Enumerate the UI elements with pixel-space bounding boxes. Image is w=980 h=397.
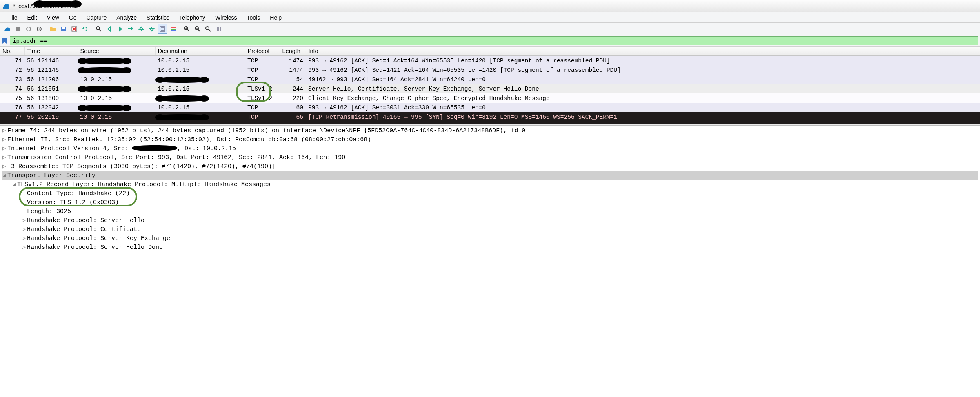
svg-rect-16 xyxy=(171,27,176,28)
redaction-mark xyxy=(80,58,129,64)
cell-destination xyxy=(155,75,245,84)
cell-time: 56.121146 xyxy=(24,65,78,75)
detail-content-type[interactable]: Content Type: Handshake (22) xyxy=(2,189,978,198)
cell-no: 74 xyxy=(0,84,24,93)
go-last-icon[interactable] xyxy=(147,24,157,34)
cell-time: 56.131800 xyxy=(24,93,78,103)
restart-capture-icon[interactable] xyxy=(24,24,33,34)
detail-hs-server-hello-done[interactable]: ▷Handshake Protocol: Server Hello Done xyxy=(2,243,978,252)
cell-no: 72 xyxy=(0,65,24,75)
menu-statistics[interactable]: Statistics xyxy=(142,13,174,22)
cell-info: 993 → 49162 [ACK] Seq=1421 Ack=164 Win=6… xyxy=(306,65,980,75)
menu-edit[interactable]: Edit xyxy=(22,13,42,22)
detail-ethernet[interactable]: ▷Ethernet II, Src: RealtekU_12:35:02 (52… xyxy=(2,135,978,144)
detail-hs-certificate[interactable]: ▷Handshake Protocol: Certificate xyxy=(2,225,978,234)
cell-no: 71 xyxy=(0,56,24,66)
detail-ip[interactable]: ▷Internet Protocol Version 4, Src: , Dst… xyxy=(2,144,978,153)
packet-row[interactable]: 7356.12120610.0.2.15TCP5449162 → 993 [AC… xyxy=(0,75,980,84)
detail-length[interactable]: Length: 3025 xyxy=(2,207,978,216)
col-time[interactable]: Time xyxy=(24,47,78,56)
app-icon xyxy=(2,2,10,10)
go-back-icon[interactable] xyxy=(104,24,114,34)
cell-no: 75 xyxy=(0,93,24,103)
redaction-mark xyxy=(132,145,177,151)
cell-info: 993 → 49162 [ACK] Seq=1 Ack=164 Win=6553… xyxy=(306,56,980,66)
cell-destination: 10.0.2.15 xyxy=(155,56,245,66)
cell-time: 56.121146 xyxy=(24,56,78,66)
redaction-mark xyxy=(37,1,78,7)
detail-tcp[interactable]: ▷Transmission Control Protocol, Src Port… xyxy=(2,153,978,162)
capture-options-icon[interactable] xyxy=(34,24,44,34)
menu-file[interactable]: File xyxy=(3,13,22,22)
menu-go[interactable]: Go xyxy=(64,13,82,22)
auto-scroll-icon[interactable] xyxy=(158,24,167,34)
cell-protocol: TCP xyxy=(245,56,280,66)
go-forward-icon[interactable] xyxy=(115,24,125,34)
zoom-out-icon[interactable] xyxy=(193,24,202,34)
go-to-packet-icon[interactable] xyxy=(126,24,136,34)
packet-row[interactable]: 7256.12114610.0.2.15TCP1474993 → 49162 [… xyxy=(0,65,980,75)
packet-list-header[interactable]: No. Time Source Destination Protocol Len… xyxy=(0,47,980,56)
filter-bar xyxy=(0,35,980,47)
detail-reassembled[interactable]: ▷[3 Reassembled TCP Segments (3030 bytes… xyxy=(2,162,978,171)
colorize-icon[interactable] xyxy=(168,24,178,34)
cell-source: 10.0.2.15 xyxy=(78,75,155,84)
redaction-mark xyxy=(80,86,129,92)
cell-time: 56.121206 xyxy=(24,75,78,84)
cell-info: [TCP Retransmission] 49165 → 995 [SYN] S… xyxy=(306,112,980,122)
start-capture-icon[interactable] xyxy=(2,24,12,34)
packet-row[interactable]: 7756.20291910.0.2.15TCP66[TCP Retransmis… xyxy=(0,112,980,122)
cell-source: 10.0.2.15 xyxy=(78,112,155,122)
menu-tools[interactable]: Tools xyxy=(242,13,265,22)
redaction-mark xyxy=(80,105,129,111)
detail-version[interactable]: Version: TLS 1.2 (0x0303) xyxy=(2,198,978,207)
close-file-icon[interactable] xyxy=(69,24,79,34)
svg-text:1: 1 xyxy=(206,27,208,30)
resize-columns-icon[interactable] xyxy=(214,24,224,34)
cell-source xyxy=(78,84,155,93)
save-file-icon[interactable] xyxy=(59,24,69,34)
zoom-reset-icon[interactable]: 1 xyxy=(203,24,213,34)
packet-row[interactable]: 7156.12114610.0.2.15TCP1474993 → 49162 [… xyxy=(0,56,980,66)
filter-bookmark-icon[interactable] xyxy=(2,38,8,44)
display-filter-input[interactable] xyxy=(10,36,978,45)
packet-row[interactable]: 7656.13204210.0.2.15TCP60993 → 49162 [AC… xyxy=(0,103,980,112)
detail-hs-server-key-exchange[interactable]: ▷Handshake Protocol: Server Key Exchange xyxy=(2,234,978,243)
reload-icon[interactable] xyxy=(80,24,90,34)
go-first-icon[interactable] xyxy=(136,24,146,34)
packet-row-clipped xyxy=(0,122,980,124)
col-source[interactable]: Source xyxy=(78,47,155,56)
cell-no: 76 xyxy=(0,103,24,112)
packet-list-pane[interactable]: No. Time Source Destination Protocol Len… xyxy=(0,47,980,124)
packet-row[interactable]: 7456.12155110.0.2.15TLSv1.2244Server Hel… xyxy=(0,84,980,93)
detail-tls-record[interactable]: ◢TLSv1.2 Record Layer: Handshake Protoco… xyxy=(2,180,978,189)
col-length[interactable]: Length xyxy=(280,47,306,56)
stop-capture-icon[interactable] xyxy=(13,24,23,34)
cell-destination: 10.0.2.15 xyxy=(155,65,245,75)
detail-frame[interactable]: ▷Frame 74: 244 bytes on wire (1952 bits)… xyxy=(2,126,978,135)
cell-info: 49162 → 993 [ACK] Seq=164 Ack=2841 Win=6… xyxy=(306,75,980,84)
cell-length: 220 xyxy=(280,93,306,103)
menu-telephony[interactable]: Telephony xyxy=(174,13,210,22)
menu-help[interactable]: Help xyxy=(265,13,287,22)
menu-capture[interactable]: Capture xyxy=(81,13,111,22)
col-destination[interactable]: Destination xyxy=(155,47,245,56)
cell-protocol: TCP xyxy=(245,103,280,112)
menu-analyze[interactable]: Analyze xyxy=(111,13,142,22)
open-file-icon[interactable] xyxy=(48,24,58,34)
col-no[interactable]: No. xyxy=(0,47,24,56)
packet-list-table[interactable]: No. Time Source Destination Protocol Len… xyxy=(0,47,980,124)
find-packet-icon[interactable] xyxy=(94,24,104,34)
packet-details-pane[interactable]: ▷Frame 74: 244 bytes on wire (1952 bits)… xyxy=(0,126,980,253)
col-info[interactable]: Info xyxy=(306,47,980,56)
packet-row[interactable]: 7556.13180010.0.2.15TLSv1.2220Client Key… xyxy=(0,93,980,103)
detail-hs-server-hello[interactable]: ▷Handshake Protocol: Server Hello xyxy=(2,216,978,225)
title-bar: *Local Area Connection xyxy=(0,0,980,12)
cell-source xyxy=(78,56,155,66)
col-protocol[interactable]: Protocol xyxy=(245,47,280,56)
menu-view[interactable]: View xyxy=(42,13,64,22)
zoom-in-icon[interactable] xyxy=(182,24,192,34)
svg-rect-0 xyxy=(16,27,20,31)
detail-tls[interactable]: ◢Transport Layer Security xyxy=(2,171,978,180)
menu-wireless[interactable]: Wireless xyxy=(210,13,242,22)
